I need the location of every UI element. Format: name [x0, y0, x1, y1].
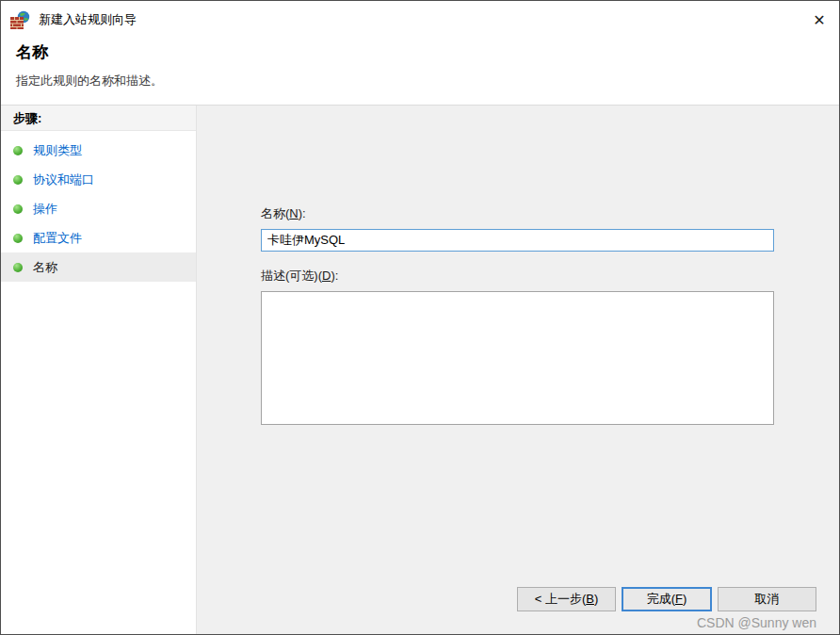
rule-description-textarea[interactable]	[261, 291, 774, 425]
page-subtitle: 指定此规则的名称和描述。	[16, 73, 839, 90]
sidebar-item-rule-type[interactable]: 规则类型	[1, 136, 196, 165]
green-dot-icon	[13, 204, 23, 214]
page-header: 名称 指定此规则的名称和描述。	[1, 39, 839, 105]
step-label: 规则类型	[33, 142, 82, 159]
wizard-window: 新建入站规则向导 ✕ 名称 指定此规则的名称和描述。 步骤: 规则类型 协议和端…	[0, 0, 840, 635]
green-dot-icon	[13, 263, 23, 272]
cancel-button[interactable]: 取消	[718, 587, 816, 611]
step-label: 名称	[33, 259, 57, 276]
description-field-label: 描述(可选)(D):	[261, 268, 774, 285]
name-field-label: 名称(N):	[261, 205, 774, 222]
main-panel: 名称(N): 描述(可选)(D): < 上一步(B) 完成(F) 取消 CSDN…	[197, 106, 839, 634]
steps-heading: 步骤:	[1, 106, 196, 131]
finish-button[interactable]: 完成(F)	[622, 587, 712, 611]
step-label: 配置文件	[33, 230, 82, 247]
green-dot-icon	[13, 146, 23, 155]
titlebar: 新建入站规则向导 ✕	[1, 1, 839, 39]
sidebar-item-protocol-ports[interactable]: 协议和端口	[1, 165, 196, 194]
green-dot-icon	[13, 234, 23, 243]
firewall-icon	[10, 10, 31, 29]
step-label: 协议和端口	[33, 171, 94, 188]
wizard-body: 步骤: 规则类型 协议和端口 操作 配置文件	[1, 105, 839, 634]
sidebar-item-name[interactable]: 名称	[1, 252, 196, 282]
steps-sidebar: 步骤: 规则类型 协议和端口 操作 配置文件	[1, 106, 197, 634]
sidebar-item-profile[interactable]: 配置文件	[1, 223, 196, 252]
name-form: 名称(N): 描述(可选)(D):	[261, 205, 774, 425]
close-button[interactable]: ✕	[806, 8, 832, 34]
back-button[interactable]: < 上一步(B)	[517, 587, 616, 611]
wizard-button-row: < 上一步(B) 完成(F) 取消	[517, 587, 816, 611]
rule-name-input[interactable]	[261, 229, 774, 252]
sidebar-item-action[interactable]: 操作	[1, 194, 196, 223]
green-dot-icon	[13, 175, 23, 185]
watermark: CSDN @Sunny wen	[697, 615, 816, 630]
window-title: 新建入站规则向导	[39, 11, 137, 28]
steps-list: 规则类型 协议和端口 操作 配置文件 名称	[1, 131, 196, 282]
step-label: 操作	[33, 201, 57, 218]
page-title: 名称	[16, 41, 839, 63]
